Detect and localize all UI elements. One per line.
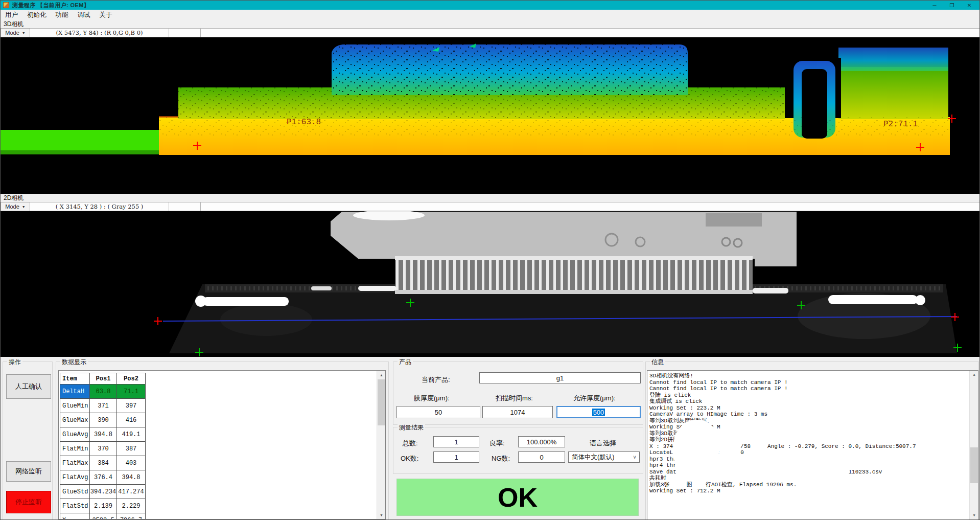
info-group: 信息 3D相机没有网络!Cannot find local IP to matc… [645,361,979,520]
scan-time-field[interactable]: 1074 [482,406,553,418]
info-log[interactable]: 3D相机没有网络!Cannot find local IP to match c… [647,370,978,520]
log-scrollbar[interactable]: ▲ ▼ [969,371,978,519]
toolbar-cell [201,202,980,211]
log-line: 集成调试 is click [649,398,968,405]
yield-field[interactable]: 100.000% [518,436,565,447]
table-body: DeltaH 63.8 71.1 GlueMin 371 397 GlueMax [60,385,146,519]
stop-listen-button[interactable]: 停止监听 [6,491,51,513]
menu-item[interactable]: 功能 [51,10,73,20]
operation-group: 操作 人工确认 网络监听 停止监听 [3,361,53,520]
p2-measurement-label: P2:71.1 [883,120,918,129]
maximize-button[interactable]: ❐ [943,3,961,8]
data-display-group: 数据显示 Item Pos1 Pos2 DeltaH 63.8 71.1 [56,361,389,520]
product-group: 产品 当前产品: g1 膜厚度(μm): 扫描时间ms: 允许厚度(μm): 5… [393,361,643,425]
scan-time-label: 扫描时间ms: [496,394,533,403]
scrollbar-thumb[interactable] [970,447,978,483]
selected-text: 500 [592,409,605,416]
log-line: Working Set : 223.2 M [649,405,968,412]
table-header-pos1: Pos1 [90,373,117,385]
ng-count-label: NG数: [492,454,510,463]
menu-item[interactable]: 关于 [95,10,117,20]
film-thickness-label: 膜厚度(μm): [414,394,450,403]
table-row[interactable]: GlueAvg 394.8 419.1 [60,427,146,442]
3d-camera-section-label: 3D相机 [1,20,980,28]
data-table: Item Pos1 Pos2 DeltaH 63.8 71.1 Glue [60,373,146,519]
ok-count-label: OK数: [401,454,418,463]
menu-item[interactable]: 初始化 [22,10,51,20]
table-header-item: Item [60,373,90,385]
log-line: 登陆 is click [649,392,968,399]
table-row[interactable]: GlueMax 390 416 [60,413,146,427]
2d-camera-section-label: 2D相机 [1,194,980,202]
log-line: Cannot find local IP to match camera IP … [649,379,968,386]
close-button[interactable]: ✕ [961,3,978,8]
p1-measurement-label: P1:63.8 [287,118,321,127]
redaction-blob [673,420,719,481]
table-scrollbar[interactable]: ▲ ▼ [377,371,385,519]
3d-camera-toolbar: Mode ▼ (X 5473, Y 84) : (R 0,G 0,B 0) [1,28,980,37]
language-select-label: 语言选择 [590,439,616,448]
toolbar-cell [201,28,980,37]
chevron-down-icon: ▼ [22,31,26,35]
2d-grayscale-image [1,211,980,357]
minimize-button[interactable]: ─ [926,3,943,8]
result-status-banner: OK [396,479,639,516]
table-row[interactable]: X 2583.5 7966.7 [60,513,146,519]
table-row[interactable]: GlueStd 394.234 417.274 [60,485,146,499]
current-product-field[interactable]: g1 [479,372,641,383]
film-thickness-field[interactable]: 50 [396,406,480,418]
allowed-thickness-field[interactable]: 500 [556,406,641,418]
pixel-status-readout: (X 5473, Y 84) : (R 0,G 0,B 0) [30,28,169,37]
total-count-field[interactable]: 1 [433,436,479,447]
window-title: 测量程序 【当前用户: OEM】 [12,2,89,9]
table-row[interactable]: FlatMin 370 387 [60,442,146,456]
table-row[interactable]: FlatAvg 376.4 394.8 [60,470,146,485]
toolbar-cell [169,28,201,37]
allowed-thickness-label: 允许厚度(μm): [573,394,616,403]
chevron-down-icon: ˅ [633,455,636,460]
table-row[interactable]: GlueMin 371 397 [60,399,146,413]
title-bar: 测量程序 【当前用户: OEM】 ─ ❐ ✕ [1,1,980,10]
table-row[interactable]: FlatStd 2.139 2.229 [60,499,146,513]
mode-dropdown[interactable]: Mode ▼ [1,28,30,37]
measurement-list-area: Item Pos1 Pos2 DeltaH 63.8 71.1 Glue [58,370,386,519]
log-line: 3D相机没有网络! [649,373,968,379]
results-group: 测量结果 总数: 1 良率: 100.000% 语言选择 OK数: 1 NG数:… [393,427,643,474]
menu-item[interactable]: 用户 [1,10,22,20]
menu-item[interactable]: 调试 [73,10,95,20]
log-line: Working Set : 712.2 M [649,488,968,494]
chevron-down-icon: ▼ [22,205,26,209]
manual-confirm-button[interactable]: 人工确认 [6,374,51,399]
ng-count-field[interactable]: 0 [518,451,565,463]
2d-camera-viewport[interactable] [1,211,980,357]
scroll-up-icon[interactable]: ▲ [377,371,386,379]
yield-label: 良率: [489,439,505,448]
3d-camera-viewport[interactable]: P1:63.8 P2:71.1 [1,37,980,194]
log-line: Cannot find local IP to match camera IP … [649,386,968,392]
redaction-blob [719,467,850,475]
application-window: 测量程序 【当前用户: OEM】 ─ ❐ ✕ 用户初始化功能调试关于 3D相机 … [0,0,980,520]
scroll-up-icon[interactable]: ▲ [970,371,978,379]
ok-count-field[interactable]: 1 [433,451,479,463]
pixel-status-readout: ( X 3145, Y 28 ) : ( Gray 255 ) [30,202,169,211]
mode-dropdown[interactable]: Mode ▼ [1,202,30,211]
scrollbar-thumb[interactable] [378,379,385,425]
app-icon [3,2,9,8]
menu-bar: 用户初始化功能调试关于 [1,10,980,20]
scroll-down-icon[interactable]: ▼ [970,511,978,519]
network-listen-button[interactable]: 网络监听 [6,461,51,482]
table-row[interactable]: DeltaH 63.8 71.1 [60,385,146,399]
log-line: 加载3张 图 行AOI检查, Elapsed 19296 ms. [649,482,968,488]
table-row[interactable]: FlatMax 384 403 [60,456,146,470]
2d-camera-toolbar: Mode ▼ ( X 3145, Y 28 ) : ( Gray 255 ) [1,202,980,211]
toolbar-cell [169,202,201,211]
language-select[interactable]: 简体中文(默认) ˅ [568,451,640,463]
total-label: 总数: [403,439,418,448]
table-header-row: Item Pos1 Pos2 [60,373,146,385]
scroll-down-icon[interactable]: ▼ [377,511,386,519]
current-product-label: 当前产品: [422,375,450,385]
3d-heightmap-image: P1:63.8 P2:71.1 [1,37,980,194]
log-line: CameraV array to HImage time : 3 ms [649,411,968,418]
table-header-pos2: Pos2 [117,373,146,385]
